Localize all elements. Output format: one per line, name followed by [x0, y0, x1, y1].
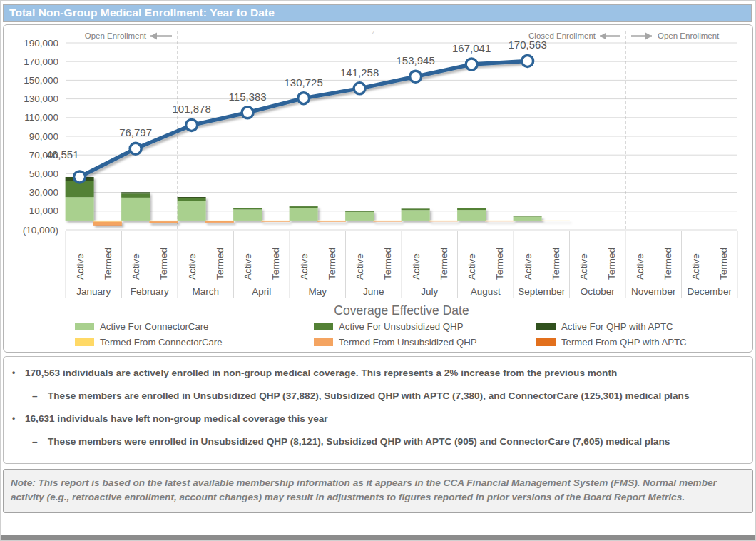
month-label-november: November — [631, 286, 676, 297]
bullet-text: 16,631 individuals have left non-group m… — [25, 413, 328, 425]
y-tick-label: 130,000 — [24, 93, 58, 104]
active-bar-unsubsidized_qhp-september — [514, 216, 542, 217]
line-marker-july — [410, 71, 422, 82]
y-tick-label: 10,000 — [29, 206, 58, 216]
termed-bar-unsubsidized_qhp-april — [261, 221, 290, 221]
data-label-july: 153,945 — [397, 54, 435, 66]
legend-label: Active For QHP with APTC — [561, 321, 673, 332]
open-enrollment-label-right: Open Enrollment — [658, 31, 720, 40]
legend-item-1: Active For Unsubsidized QHP — [314, 321, 536, 332]
active-bar-connectorcare-march — [178, 201, 206, 221]
legend-item-3: Termed From ConnectorCare — [75, 337, 314, 348]
active-bar-unsubsidized_qhp-june — [345, 211, 374, 212]
x-axis-labels: ActiveTermedJanuaryActiveTermedFebruaryA… — [75, 248, 732, 297]
sub-label-active-april: Active — [242, 253, 253, 280]
bullet-text: These members were enrolled in Unsubsidi… — [48, 436, 670, 448]
legend-label: Active For Unsubsidized QHP — [339, 321, 463, 332]
line-marker-august — [466, 59, 477, 70]
month-label-may: May — [308, 286, 327, 297]
sub-label-termed-may: Termed — [327, 248, 337, 280]
legend-item-2: Active For QHP with APTC — [536, 321, 752, 332]
termed-bar-connectorcare-march — [205, 221, 234, 221]
active-bar-unsubsidized_qhp-april — [233, 208, 262, 209]
termed-bar-unsubsidized_qhp-may — [317, 221, 346, 221]
data-label-august: 167,041 — [452, 42, 491, 54]
month-label-march: March — [192, 286, 219, 297]
legend-label: Active For ConnectorCare — [100, 321, 208, 332]
termed-bar-connectorcare-april — [261, 221, 290, 221]
monthly-bars — [66, 177, 570, 226]
month-label-september: September — [518, 286, 566, 297]
line-marker-february — [130, 143, 141, 154]
termed-bar-unsubsidized_qhp-march — [205, 221, 234, 223]
sub-label-termed-july: Termed — [439, 248, 449, 280]
sub-label-termed-december: Termed — [718, 248, 729, 280]
active-bar-qhp_with_aptc-february — [121, 192, 150, 193]
active-bar-connectorcare-august — [457, 210, 486, 221]
enrollment-chart-panel: 190,000170,000150,000130,000110,00090,00… — [3, 24, 753, 353]
watermark-z: z — [372, 29, 375, 36]
y-tick-label: 90,000 — [29, 131, 58, 142]
sub-label-active-july: Active — [411, 253, 422, 280]
chart-legend: Active For ConnectorCareActive For Unsub… — [75, 321, 752, 348]
y-tick-label: 150,000 — [24, 75, 58, 86]
sub-label-active-august: Active — [466, 253, 477, 280]
legend-swatch-icon — [75, 338, 94, 346]
cumulative-enrollment-line — [74, 55, 533, 182]
termed-bar-unsubsidized_qhp-february — [149, 221, 178, 223]
enrollment-chart: 190,000170,000150,000130,000110,00090,00… — [4, 26, 752, 320]
sub-label-active-december: Active — [690, 253, 701, 280]
summary-bullets-panel: •170,563 individuals are actively enroll… — [3, 356, 753, 464]
month-label-october: October — [581, 286, 615, 297]
y-tick-label: 190,000 — [24, 38, 58, 49]
month-label-july: July — [421, 286, 438, 297]
sub-label-termed-march: Termed — [215, 248, 225, 280]
termed-bar-connectorcare-june — [373, 221, 402, 221]
sub-label-active-october: Active — [578, 253, 589, 280]
legend-item-4: Termed From Unsubsidized QHP — [314, 337, 536, 348]
bullet-marker: – — [32, 390, 48, 403]
termed-bar-connectorcare-january — [93, 221, 122, 222]
data-label-march: 101,878 — [173, 103, 211, 115]
bullet-sub-item: –These members are enrolled in Unsubsidi… — [32, 390, 741, 403]
sub-label-active-february: Active — [131, 253, 141, 280]
y-tick-label: (10,000) — [23, 225, 58, 236]
active-bar-connectorcare-april — [233, 209, 262, 220]
bullet-sub-item: –These members were enrolled in Unsubsid… — [32, 436, 741, 448]
line-marker-may — [298, 93, 310, 104]
bullet-text: 170,563 individuals are actively enrolle… — [25, 368, 617, 380]
sub-label-active-march: Active — [187, 253, 198, 280]
month-label-april: April — [252, 286, 271, 297]
active-bar-unsubsidized_qhp-february — [121, 193, 150, 198]
legend-swatch-icon — [314, 338, 333, 346]
enrollment-period-annotations: Open EnrollmentClosed EnrollmentOpen Enr… — [85, 31, 720, 40]
active-bar-unsubsidized_qhp-august — [457, 208, 486, 210]
open-enrollment-label-left: Open Enrollment — [85, 31, 147, 40]
active-bar-qhp_with_aptc-march — [178, 197, 206, 198]
termed-bar-connectorcare-may — [317, 221, 346, 221]
annotation-arrow-head — [645, 33, 652, 40]
y-tick-label: 110,000 — [24, 112, 58, 123]
month-label-august: August — [471, 286, 501, 297]
report-title-bar: Total Non-Group Medical Enrollment: Year… — [3, 4, 752, 22]
legend-item-5: Termed From QHP with APTC — [536, 337, 752, 348]
x-axis-title: Coverage Effective Date — [334, 303, 469, 318]
active-bar-unsubsidized_qhp-july — [402, 208, 430, 210]
active-bar-connectorcare-july — [402, 210, 430, 221]
bullet-item: •16,631 individuals have left non-group … — [12, 413, 741, 425]
line-marker-september — [522, 55, 533, 66]
y-tick-label: 50,000 — [29, 168, 58, 179]
sub-label-active-september: Active — [523, 253, 533, 280]
bullet-text: These members are enrolled in Unsubsidiz… — [48, 390, 689, 403]
data-label-january: 46,551 — [46, 148, 79, 161]
month-label-december: December — [688, 286, 732, 297]
data-label-june: 141,258 — [340, 66, 379, 79]
window-bottom-edge — [1, 535, 755, 540]
bullet-marker: – — [32, 436, 48, 448]
sub-label-termed-february: Termed — [158, 248, 169, 280]
data-label-april: 115,383 — [229, 91, 267, 103]
line-marker-june — [354, 83, 365, 94]
bullet-marker: • — [12, 413, 25, 425]
note-panel: Note: This report is based on the latest… — [3, 469, 753, 513]
line-marker-january — [74, 171, 86, 183]
